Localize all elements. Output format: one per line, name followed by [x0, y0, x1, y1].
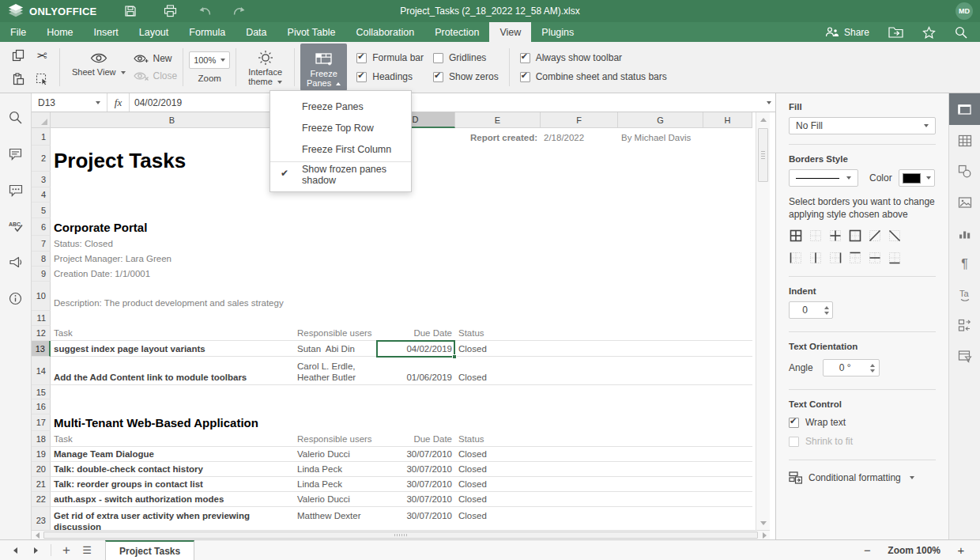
- scroll-left-arrow[interactable]: [32, 531, 43, 539]
- row-header-11[interactable]: 11: [32, 311, 51, 326]
- print-button[interactable]: [164, 5, 177, 17]
- interface-theme-button[interactable]: Interface theme: [242, 42, 288, 93]
- feedback-icon[interactable]: [9, 256, 23, 268]
- border-inside-button[interactable]: [828, 229, 842, 243]
- cell-D21[interactable]: 30/07/2010: [376, 477, 455, 492]
- row-header-2[interactable]: 2: [32, 146, 51, 172]
- tab-protection[interactable]: Protection: [424, 22, 489, 42]
- chat-icon[interactable]: [9, 184, 23, 197]
- cell-B2[interactable]: Project Tasks: [51, 146, 294, 172]
- cell-D18[interactable]: Due Date: [376, 431, 455, 447]
- image-settings-tab[interactable]: [949, 187, 980, 218]
- border-color-button[interactable]: [899, 169, 935, 187]
- cell-B12[interactable]: Task: [51, 326, 294, 341]
- cell-E18[interactable]: Status: [455, 431, 541, 447]
- about-info-icon[interactable]: [9, 292, 22, 305]
- cell-B21[interactable]: Talk: reorder groups in contact list: [51, 477, 294, 492]
- tab-file[interactable]: File: [0, 22, 36, 42]
- vertical-scroll-thumb[interactable]: [758, 128, 768, 182]
- zoom-in-button[interactable]: +: [955, 543, 967, 557]
- undo-button[interactable]: [198, 6, 212, 17]
- chart-settings-tab[interactable]: [949, 218, 980, 248]
- row-header-15[interactable]: 15: [32, 385, 51, 399]
- row-header-3[interactable]: 3: [32, 172, 51, 187]
- cell-B18[interactable]: Task: [51, 431, 294, 447]
- menu-item-freeze-panes[interactable]: Freeze Panes: [270, 96, 411, 117]
- row-header-8[interactable]: 8: [32, 252, 51, 267]
- show-zeros-checkbox[interactable]: Show zeros: [433, 71, 499, 82]
- cell-C14[interactable]: Carol L. Erdle, Heather Butler: [294, 357, 376, 385]
- avatar[interactable]: MD: [956, 2, 973, 20]
- search-sidebar-icon[interactable]: [9, 111, 22, 124]
- angle-spinner[interactable]: 0 °: [823, 359, 880, 376]
- pivot-table-settings-tab[interactable]: [949, 341, 980, 372]
- tab-pivot-table[interactable]: Pivot Table: [277, 22, 346, 42]
- border-line-style-select[interactable]: [789, 169, 858, 187]
- scroll-up-arrow[interactable]: [756, 112, 770, 127]
- cell-B14[interactable]: Add the Add Content link to module toolb…: [51, 357, 294, 385]
- cut-button[interactable]: ✂: [30, 44, 54, 67]
- row-header-22[interactable]: 22: [32, 492, 51, 507]
- border-horizontal-center-button[interactable]: [868, 251, 882, 265]
- cell-C22[interactable]: Valerio Ducci: [294, 492, 376, 507]
- formula-input[interactable]: 04/02/2019: [130, 93, 760, 112]
- row-header-16[interactable]: 16: [32, 399, 51, 414]
- cell-settings-tab[interactable]: [949, 93, 980, 125]
- menu-item-freeze-top-row[interactable]: Freeze Top Row: [270, 117, 411, 138]
- row-header-14[interactable]: 14: [32, 357, 51, 385]
- cell-C20[interactable]: Linda Peck: [294, 462, 376, 477]
- shrink-to-fit-checkbox[interactable]: Shrink to fit: [789, 436, 936, 447]
- menu-item-show-frozen-panes-shadow[interactable]: ✔ Show frozen panes shadow: [270, 164, 411, 185]
- redo-button[interactable]: [232, 6, 247, 17]
- slicer-settings-tab[interactable]: [949, 310, 980, 341]
- cell-E22[interactable]: Closed: [455, 492, 541, 507]
- border-left-button[interactable]: [789, 251, 803, 265]
- border-none-button[interactable]: [808, 229, 823, 243]
- fill-handle[interactable]: [452, 354, 457, 359]
- cell-E14[interactable]: Closed: [455, 357, 541, 385]
- scroll-down-arrow[interactable]: [756, 516, 770, 530]
- open-file-location-icon[interactable]: [888, 26, 903, 38]
- formula-bar-checkbox[interactable]: Formula bar: [356, 52, 424, 63]
- cell-B9[interactable]: Creation Date: 1/1/0001: [51, 267, 294, 282]
- cell-E20[interactable]: Closed: [455, 462, 541, 477]
- cell-B13[interactable]: suggest index page layout variants: [51, 341, 294, 357]
- cell-C23[interactable]: Matthew Dexter: [294, 507, 376, 530]
- row-header-23[interactable]: 23: [32, 507, 51, 530]
- tab-insert[interactable]: Insert: [84, 22, 129, 42]
- search-icon[interactable]: [955, 26, 967, 39]
- formula-bar-expand-button[interactable]: [760, 93, 775, 112]
- scroll-right-arrow[interactable]: [759, 531, 770, 539]
- indent-spinner[interactable]: 0: [789, 301, 833, 319]
- tab-home[interactable]: Home: [36, 22, 83, 42]
- menu-item-freeze-first-column[interactable]: Freeze First Column: [270, 138, 411, 160]
- zoom-out-button[interactable]: −: [861, 543, 873, 557]
- row-header-17[interactable]: 17: [32, 414, 51, 431]
- cell-B23[interactable]: Get rid of extra user activity when prev…: [51, 507, 294, 530]
- row-header-4[interactable]: 4: [32, 187, 51, 202]
- row-header-6[interactable]: 6: [32, 218, 51, 236]
- cell-D20[interactable]: 30/07/2010: [376, 462, 455, 477]
- border-diagonal-down-button[interactable]: [888, 229, 902, 243]
- cell-B22[interactable]: auth.aspx - switch authorization modes: [51, 492, 294, 507]
- spellcheck-icon[interactable]: ABC: [9, 221, 23, 233]
- zoom-select[interactable]: 100%: [189, 51, 230, 69]
- cell-E1[interactable]: Report created:: [455, 128, 541, 146]
- column-header-B[interactable]: B: [51, 112, 294, 128]
- combine-bars-checkbox[interactable]: Combine sheet and status bars: [520, 71, 667, 82]
- column-header-F[interactable]: F: [541, 112, 618, 128]
- border-all-button[interactable]: [789, 229, 803, 243]
- freeze-panes-button[interactable]: Freeze Panes: [300, 44, 347, 91]
- horizontal-scrollbar[interactable]: [32, 530, 770, 539]
- row-header-21[interactable]: 21: [32, 477, 51, 492]
- sheet-view-button[interactable]: Sheet View: [66, 42, 132, 93]
- insert-function-button[interactable]: fx: [107, 93, 130, 112]
- cell-B6[interactable]: Corporate Portal: [51, 218, 294, 236]
- favorite-star-icon[interactable]: [922, 26, 936, 39]
- cell-C12[interactable]: Responsible users: [294, 326, 376, 341]
- gridlines-checkbox[interactable]: Gridlines: [433, 52, 499, 63]
- tab-formula[interactable]: Formula: [179, 22, 236, 42]
- close-sheet-view-button[interactable]: Close: [134, 70, 178, 81]
- shape-settings-tab[interactable]: [949, 156, 980, 187]
- cell-B8[interactable]: Project Manager: Lara Green: [51, 252, 294, 267]
